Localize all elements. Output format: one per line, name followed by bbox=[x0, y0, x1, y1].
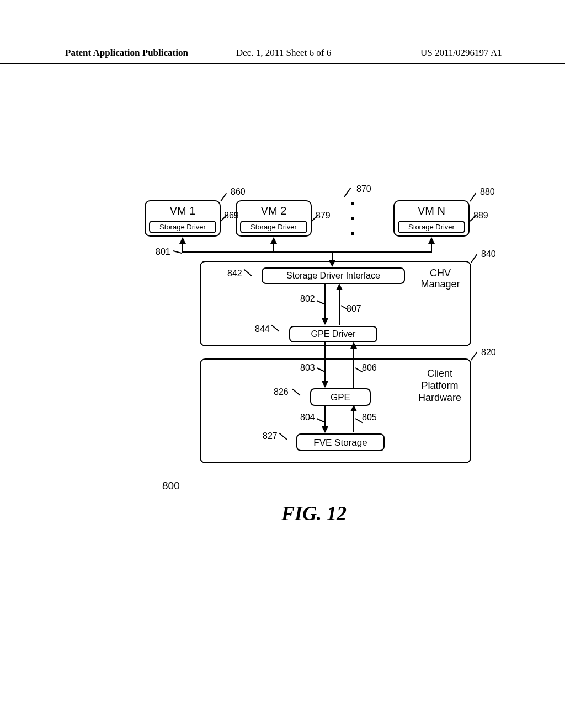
client-platform-label: Client Platform Hardware bbox=[415, 367, 465, 404]
ref-879: 879 bbox=[316, 211, 331, 221]
lead-line bbox=[344, 188, 351, 197]
conn-line bbox=[353, 348, 354, 388]
arrow-up-icon bbox=[350, 405, 357, 411]
conn-line bbox=[324, 342, 326, 382]
ref-807: 807 bbox=[347, 304, 361, 314]
arrow-down-icon bbox=[322, 426, 328, 433]
arrow-down-icon bbox=[329, 260, 335, 267]
lead-line bbox=[470, 193, 476, 202]
vm2-box: VM 2 Storage Driver bbox=[236, 200, 312, 237]
vm1-box: VM 1 Storage Driver bbox=[145, 200, 221, 237]
lead-line bbox=[471, 352, 477, 361]
arrow-down-icon bbox=[322, 318, 328, 325]
conn-line bbox=[273, 243, 274, 252]
ref-826: 826 bbox=[274, 387, 289, 397]
ref-842: 842 bbox=[227, 269, 242, 279]
conn-line bbox=[182, 243, 183, 252]
arrow-up-icon bbox=[428, 237, 435, 244]
ref-840: 840 bbox=[481, 249, 496, 259]
vm1-storage-driver: Storage Driver bbox=[149, 221, 216, 233]
gpe-box: GPE bbox=[310, 388, 371, 406]
arrow-up-icon bbox=[179, 237, 186, 244]
ref-889: 889 bbox=[473, 211, 488, 221]
fve-label: FVE Storage bbox=[297, 437, 383, 448]
ref-844: 844 bbox=[255, 324, 270, 334]
ref-806: 806 bbox=[362, 363, 377, 373]
vmN-title: VM N bbox=[395, 205, 468, 217]
ellipsis-dot bbox=[351, 217, 354, 220]
arrow-up-icon bbox=[350, 342, 357, 349]
ellipsis-dot bbox=[351, 232, 354, 235]
lead-line bbox=[471, 254, 477, 263]
conn-line bbox=[324, 284, 326, 319]
conn-line bbox=[431, 243, 432, 252]
vmN-storage-driver: Storage Driver bbox=[398, 221, 465, 233]
conn-line bbox=[182, 251, 432, 253]
arrow-up-icon bbox=[336, 283, 343, 290]
ref-880: 880 bbox=[480, 187, 495, 197]
figure-title: FIG. 12 bbox=[281, 502, 347, 525]
ref-820: 820 bbox=[481, 347, 496, 357]
gpe-driver-label: GPE Driver bbox=[290, 329, 376, 339]
ref-801: 801 bbox=[156, 247, 170, 257]
conn-line bbox=[339, 290, 340, 325]
ref-803: 803 bbox=[300, 363, 315, 373]
ref-827: 827 bbox=[263, 431, 278, 441]
ref-800: 800 bbox=[162, 480, 180, 492]
chv-manager-label: CHV Manager bbox=[418, 267, 462, 290]
ref-802: 802 bbox=[300, 294, 315, 304]
gpe-label: GPE bbox=[311, 392, 370, 403]
vm2-storage-driver: Storage Driver bbox=[240, 221, 307, 233]
gpe-driver-box: GPE Driver bbox=[289, 326, 377, 342]
ref-869: 869 bbox=[224, 211, 239, 221]
conn-line bbox=[324, 406, 326, 428]
client-platform-box: Client Platform Hardware GPE FVE Storage bbox=[200, 358, 471, 463]
lead-line bbox=[173, 250, 182, 254]
ref-860: 860 bbox=[231, 187, 246, 197]
diagram-figure-12: VM 1 Storage Driver VM 2 Storage Driver … bbox=[0, 0, 565, 728]
storage-driver-interface-box: Storage Driver Interface bbox=[262, 267, 405, 284]
ref-870: 870 bbox=[356, 184, 371, 194]
arrow-up-icon bbox=[270, 237, 277, 244]
ref-804: 804 bbox=[300, 413, 315, 422]
vmN-box: VM N Storage Driver bbox=[393, 200, 470, 237]
fve-storage-box: FVE Storage bbox=[296, 433, 385, 451]
vm2-title: VM 2 bbox=[237, 205, 311, 217]
sdi-label: Storage Driver Interface bbox=[263, 271, 404, 281]
ref-805: 805 bbox=[362, 413, 377, 422]
ellipsis-dot bbox=[351, 202, 354, 205]
vm1-title: VM 1 bbox=[146, 205, 220, 217]
lead-line bbox=[220, 193, 227, 202]
conn-line bbox=[353, 410, 354, 432]
arrow-down-icon bbox=[322, 381, 328, 388]
